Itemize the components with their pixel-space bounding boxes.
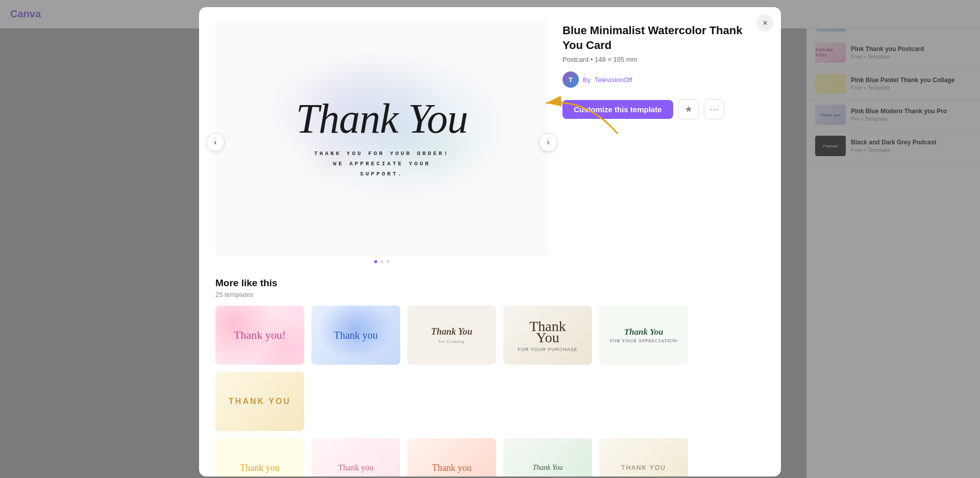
- close-icon: ×: [763, 18, 768, 29]
- modal-backdrop: × ‹ Thank You THANK YOU FOR YOUR ORDER! …: [0, 0, 980, 478]
- template-thumb-9[interactable]: Thank you: [407, 438, 496, 476]
- template-title: Blue Minimalist Watercolor Thank You Car…: [562, 23, 765, 53]
- template-thumb-1[interactable]: Thank you!: [215, 306, 304, 365]
- author-name: By TelevisionOff: [583, 76, 632, 84]
- ellipsis-icon: ⋯: [709, 104, 719, 115]
- pagination-dot-2: [380, 260, 383, 263]
- templates-grid-row1: Thank you! Thank you Thank You for Comin…: [215, 306, 765, 431]
- more-like-this-section: More like this 25 templates Thank you! T…: [215, 278, 765, 476]
- thumb-label-9: Thank you: [432, 463, 471, 473]
- thumb-label-11: THANK YOU: [621, 464, 666, 471]
- templates-count: 25 templates: [215, 291, 765, 298]
- action-row: Customize this template ★ ⋯: [562, 99, 765, 119]
- thumb-label-5-big: Thank You: [624, 327, 664, 337]
- template-thumb-6[interactable]: THANK YOU: [215, 372, 304, 431]
- templates-grid-row2: Thank you Thank you Thank you Thank You …: [215, 438, 765, 476]
- template-thumb-4[interactable]: Thank You for your purchase: [503, 306, 592, 365]
- template-preview-card: Thank You THANK YOU FOR YOUR ORDER! WE A…: [215, 21, 548, 256]
- thumb-label-5-sub: for your appreciation: [610, 338, 677, 343]
- author-row: T By TelevisionOff: [562, 71, 765, 88]
- preview-area: ‹ Thank You THANK YOU FOR YOUR ORDER! WE…: [215, 21, 548, 263]
- thumb-label-6: THANK YOU: [229, 397, 291, 406]
- prev-arrow-button[interactable]: ‹: [206, 133, 225, 152]
- template-thumb-11[interactable]: THANK YOU: [599, 438, 688, 476]
- thumb-label-4-sub: for your purchase: [518, 347, 578, 352]
- author-avatar: T: [562, 71, 579, 88]
- pagination-dots: [215, 260, 548, 263]
- template-info-panel: Blue Minimalist Watercolor Thank You Car…: [562, 21, 765, 119]
- more-options-button[interactable]: ⋯: [704, 99, 724, 119]
- card-main-text: Thank You: [296, 98, 468, 140]
- author-link[interactable]: TelevisionOff: [594, 76, 632, 84]
- next-arrow-button[interactable]: ›: [539, 133, 557, 152]
- thumb-label-4-you: You: [536, 330, 559, 346]
- card-subtitle-line2: WE APPRECIATE YOUR: [314, 159, 449, 169]
- thumb-label-7: Thank you: [240, 463, 279, 473]
- modal-top-section: ‹ Thank You THANK YOU FOR YOUR ORDER! WE…: [215, 21, 765, 263]
- more-like-this-title: More like this: [215, 278, 765, 289]
- author-prefix: By: [583, 76, 591, 84]
- modal-dialog: × ‹ Thank You THANK YOU FOR YOUR ORDER! …: [199, 7, 781, 476]
- favorite-button[interactable]: ★: [678, 99, 699, 119]
- customize-template-button[interactable]: Customize this template: [562, 100, 673, 119]
- thumb-label-3-big: Thank You: [431, 326, 472, 337]
- thumb-label-8: Thank you: [338, 463, 374, 472]
- template-meta: Postcard • 148 × 105 mm: [562, 56, 765, 63]
- thumb-label-3-sub: for Coming: [438, 339, 465, 344]
- chevron-right-icon: ›: [547, 138, 549, 147]
- thumb-label-10: Thank You: [532, 464, 562, 472]
- pagination-dot-1: [374, 260, 377, 263]
- pagination-dot-3: [386, 260, 389, 263]
- card-content: Thank You THANK YOU FOR YOUR ORDER! WE A…: [215, 21, 548, 256]
- star-icon: ★: [684, 104, 693, 115]
- template-thumb-10[interactable]: Thank You: [503, 438, 592, 476]
- card-subtitle-line3: SUPPORT.: [314, 169, 449, 180]
- thumb-label-2: Thank you: [334, 330, 378, 341]
- template-thumb-5[interactable]: Thank You for your appreciation: [599, 306, 688, 365]
- thumb-label-1: Thank you!: [234, 329, 286, 342]
- modal-close-button[interactable]: ×: [756, 14, 774, 32]
- card-subtitle-line1: THANK YOU FOR YOUR ORDER!: [314, 149, 449, 159]
- template-thumb-2[interactable]: Thank you: [311, 306, 400, 365]
- template-thumb-3[interactable]: Thank You for Coming: [407, 306, 496, 365]
- template-thumb-8[interactable]: Thank you: [311, 438, 400, 476]
- card-subtitle: THANK YOU FOR YOUR ORDER! WE APPRECIATE …: [314, 149, 449, 179]
- template-thumb-7[interactable]: Thank you: [215, 438, 304, 476]
- chevron-left-icon: ‹: [214, 138, 216, 147]
